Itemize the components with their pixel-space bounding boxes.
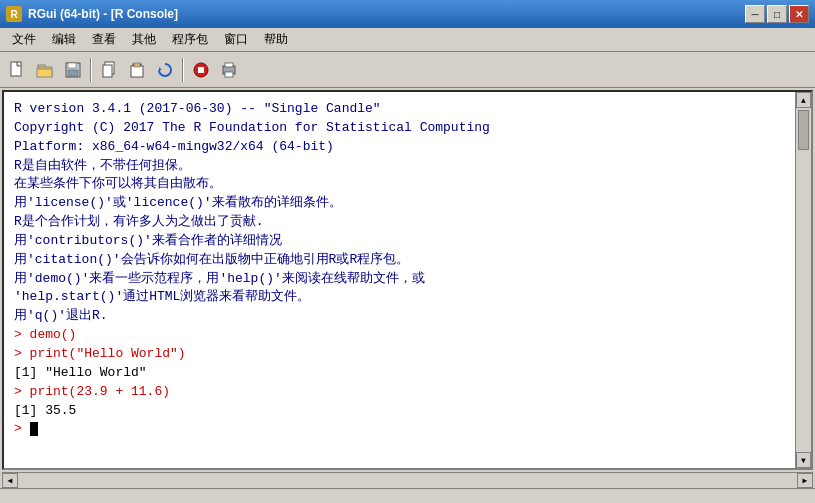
scroll-track-h <box>18 473 797 488</box>
maximize-button[interactable]: □ <box>767 5 787 23</box>
svg-rect-16 <box>225 63 233 67</box>
menu-view[interactable]: 查看 <box>84 29 124 50</box>
toolbar-save-button[interactable] <box>60 57 86 83</box>
refresh-icon <box>156 61 174 79</box>
console-container: R version 3.4.1 (2017-06-30) -- "Single … <box>2 90 813 470</box>
console-line: R是个合作计划，有许多人为之做出了贡献. <box>14 213 785 232</box>
vertical-scrollbar[interactable]: ▲ ▼ <box>795 92 811 468</box>
title-bar: R RGui (64-bit) - [R Console] ─ □ ✕ <box>0 0 815 28</box>
svg-rect-6 <box>68 70 78 76</box>
toolbar-refresh-button[interactable] <box>152 57 178 83</box>
scroll-right-button[interactable]: ▶ <box>797 473 813 488</box>
console-line: > print(23.9 + 11.6) <box>14 383 785 402</box>
toolbar-copy-button[interactable] <box>96 57 122 83</box>
title-bar-buttons: ─ □ ✕ <box>745 5 809 23</box>
copy-icon <box>100 61 118 79</box>
svg-rect-14 <box>198 67 204 73</box>
title-bar-left: R RGui (64-bit) - [R Console] <box>6 6 178 22</box>
console-line: Copyright (C) 2017 The R Foundation for … <box>14 119 785 138</box>
menu-packages[interactable]: 程序包 <box>164 29 216 50</box>
console-line: R是自由软件，不带任何担保。 <box>14 157 785 176</box>
scroll-down-button[interactable]: ▼ <box>796 452 811 468</box>
menu-window[interactable]: 窗口 <box>216 29 256 50</box>
stop-icon <box>192 61 210 79</box>
svg-rect-0 <box>11 62 21 76</box>
horizontal-scrollbar[interactable]: ◀ ▶ <box>2 472 813 488</box>
menu-file[interactable]: 文件 <box>4 29 44 50</box>
console-line: 用'q()'退出R. <box>14 307 785 326</box>
toolbar-open-button[interactable] <box>32 57 58 83</box>
open-icon <box>36 61 54 79</box>
console-line: 用'citation()'会告诉你如何在出版物中正确地引用R或R程序包。 <box>14 251 785 270</box>
menu-misc[interactable]: 其他 <box>124 29 164 50</box>
toolbar-stop-button[interactable] <box>188 57 214 83</box>
toolbar-paste-button[interactable] <box>124 57 150 83</box>
menu-bar: 文件 编辑 查看 其他 程序包 窗口 帮助 <box>0 28 815 52</box>
console-line: 用'license()'或'licence()'来看散布的详细条件。 <box>14 194 785 213</box>
console-line: 在某些条件下你可以将其自由散布。 <box>14 175 785 194</box>
toolbar-separator-1 <box>90 58 92 82</box>
scroll-track <box>796 108 811 452</box>
close-button[interactable]: ✕ <box>789 5 809 23</box>
menu-edit[interactable]: 编辑 <box>44 29 84 50</box>
app-icon: R <box>6 6 22 22</box>
console-line: 用'contributors()'来看合作者的详细情况 <box>14 232 785 251</box>
toolbar-new-button[interactable] <box>4 57 30 83</box>
svg-rect-11 <box>134 63 140 67</box>
new-file-icon <box>8 61 26 79</box>
console-line: > <box>14 420 785 439</box>
status-bar <box>0 488 815 503</box>
console-line: R version 3.4.1 (2017-06-30) -- "Single … <box>14 100 785 119</box>
scroll-left-button[interactable]: ◀ <box>2 473 18 488</box>
svg-rect-8 <box>103 65 112 77</box>
svg-rect-17 <box>225 72 233 77</box>
console-line: 用'demo()'来看一些示范程序，用'help()'来阅读在线帮助文件，或 <box>14 270 785 289</box>
toolbar-separator-2 <box>182 58 184 82</box>
console-output[interactable]: R version 3.4.1 (2017-06-30) -- "Single … <box>4 92 795 468</box>
svg-marker-12 <box>159 67 162 70</box>
cursor <box>30 422 38 436</box>
console-line: 'help.start()'通过HTML浏览器来看帮助文件。 <box>14 288 785 307</box>
save-icon <box>64 61 82 79</box>
toolbar-print-button[interactable] <box>216 57 242 83</box>
console-line: > demo() <box>14 326 785 345</box>
toolbar <box>0 52 815 88</box>
minimize-button[interactable]: ─ <box>745 5 765 23</box>
console-line: [1] 35.5 <box>14 402 785 421</box>
console-line: [1] "Hello World" <box>14 364 785 383</box>
console-line: Platform: x86_64-w64-mingw32/x64 (64-bit… <box>14 138 785 157</box>
svg-rect-3 <box>37 69 52 77</box>
print-icon <box>220 61 238 79</box>
window-title: RGui (64-bit) - [R Console] <box>28 7 178 21</box>
svg-rect-10 <box>131 66 143 77</box>
console-line: > print("Hello World") <box>14 345 785 364</box>
paste-icon <box>128 61 146 79</box>
scroll-thumb[interactable] <box>798 110 809 150</box>
menu-help[interactable]: 帮助 <box>256 29 296 50</box>
svg-rect-5 <box>68 63 76 68</box>
scroll-up-button[interactable]: ▲ <box>796 92 811 108</box>
